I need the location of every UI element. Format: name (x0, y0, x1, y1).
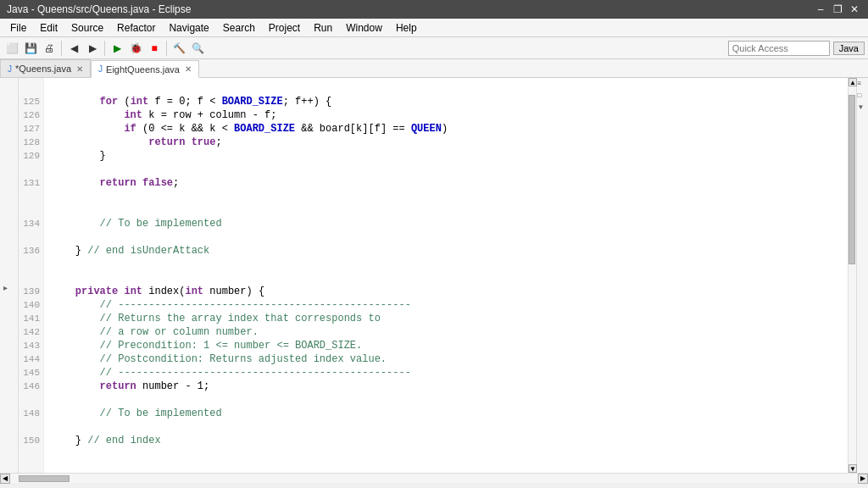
editor-area: ▸ 125 126 127 128 129 131 134 136 1 (0, 78, 868, 473)
java-perspective-button[interactable]: Java (833, 42, 865, 55)
menu-item-edit[interactable]: Edit (33, 20, 64, 36)
code-line (51, 163, 848, 176)
tab-icon-2: J (98, 64, 103, 74)
line-num: 146 (19, 380, 40, 393)
menu-item-run[interactable]: Run (307, 20, 339, 36)
right-icon-3[interactable]: ▼ (858, 103, 868, 114)
code-line: // -------------------------------------… (51, 366, 848, 380)
hscroll-track[interactable] (10, 474, 858, 483)
line-num: 128 (19, 136, 40, 149)
debug-button[interactable]: 🐞 (127, 40, 144, 57)
menu-item-window[interactable]: Window (339, 20, 389, 36)
code-content[interactable]: for (int f = 0; f < BOARD_SIZE; f++) { i… (44, 78, 848, 473)
line-num (19, 271, 40, 285)
save-button[interactable]: 💾 (22, 40, 39, 57)
scroll-left-button[interactable]: ◀ (0, 474, 10, 484)
separator-3 (166, 41, 167, 56)
tab-label-2: EightQueens.java (106, 64, 180, 75)
line-num: 150 (19, 434, 40, 447)
line-num: 140 (19, 298, 40, 312)
horizontal-scrollbar[interactable]: ◀ ▶ (0, 473, 868, 483)
forward-button[interactable]: ▶ (84, 40, 101, 57)
breakpoint-icon (3, 81, 16, 95)
line-num (19, 190, 40, 203)
code-line (51, 81, 848, 95)
maximize-button[interactable]: ❐ (831, 3, 844, 16)
code-line: // Postcondition: Returns adjusted index… (51, 352, 848, 366)
build-button[interactable]: 🔨 (170, 40, 187, 57)
menu-item-search[interactable]: Search (216, 20, 262, 36)
code-line: // -------------------------------------… (51, 298, 848, 312)
collapse-arrow-index[interactable]: ▸ (3, 283, 8, 292)
scroll-right-button[interactable]: ▶ (858, 474, 868, 484)
line-num (19, 420, 40, 434)
hscroll-thumb[interactable] (19, 475, 70, 482)
separator-1 (61, 41, 62, 56)
code-line (51, 190, 848, 203)
line-numbers: 125 126 127 128 129 131 134 136 139 140 … (19, 78, 44, 473)
minimize-button[interactable]: – (814, 3, 827, 16)
line-num: 148 (19, 407, 40, 420)
line-num: 125 (19, 95, 40, 108)
menu-item-project[interactable]: Project (262, 20, 307, 36)
menu-item-file[interactable]: File (3, 20, 33, 36)
line-num: 139 (19, 285, 40, 298)
title-bar: Java - Queens/src/Queens.java - Eclipse … (0, 0, 868, 19)
menu-item-navigate[interactable]: Navigate (162, 20, 215, 36)
back-button[interactable]: ◀ (65, 40, 82, 57)
scroll-down-button[interactable]: ▼ (849, 464, 857, 473)
line-num: 143 (19, 339, 40, 352)
tab-close-queens[interactable]: ✕ (76, 64, 83, 74)
line-num: 142 (19, 325, 40, 339)
code-line: private int index(int number) { (51, 285, 848, 298)
code-line: return true; (51, 136, 848, 149)
code-line: int k = row + column - f; (51, 108, 848, 122)
line-num: 129 (19, 149, 40, 163)
line-num (19, 461, 40, 473)
run-button[interactable]: ▶ (108, 40, 125, 57)
code-line (51, 230, 848, 244)
right-icon-2[interactable]: □ (858, 92, 868, 102)
menu-item-refactor[interactable]: Refactor (110, 20, 162, 36)
line-num: 134 (19, 217, 40, 230)
close-button[interactable]: ✕ (848, 3, 861, 16)
line-num: 131 (19, 176, 40, 190)
right-icon-1[interactable]: ≡ (858, 80, 868, 90)
line-num (19, 258, 40, 271)
line-num (19, 393, 40, 407)
menu-item-help[interactable]: Help (389, 20, 424, 36)
right-panel: ≡ □ ▼ (856, 78, 868, 473)
tab-queens-java[interactable]: J *Queens.java ✕ (0, 59, 91, 77)
line-num (19, 230, 40, 244)
line-num: 144 (19, 352, 40, 366)
print-button[interactable]: 🖨 (41, 40, 58, 57)
code-editor[interactable]: 125 126 127 128 129 131 134 136 139 140 … (19, 78, 868, 473)
separator-2 (104, 41, 105, 56)
menu-item-source[interactable]: Source (64, 20, 110, 36)
search-toolbar-button[interactable]: 🔍 (189, 40, 206, 57)
stop-button[interactable]: ■ (146, 40, 163, 57)
code-line: // a row or column number. (51, 325, 848, 339)
new-button[interactable]: ⬜ (3, 40, 20, 57)
window-controls: – ❐ ✕ (814, 3, 861, 16)
code-line: } (51, 149, 848, 163)
vertical-scrollbar[interactable]: ▲ ▼ (848, 78, 856, 473)
code-line (51, 203, 848, 217)
code-line: return false; (51, 176, 848, 190)
code-line (51, 271, 848, 285)
line-num: 127 (19, 122, 40, 136)
tab-icon: J (8, 64, 12, 74)
tab-close-eightqueens[interactable]: ✕ (185, 64, 192, 74)
code-line (51, 447, 848, 461)
code-line: if (0 <= k && k < BOARD_SIZE && board[k]… (51, 122, 848, 136)
quick-access-input[interactable] (728, 41, 830, 56)
line-num: 136 (19, 244, 40, 258)
code-line (51, 258, 848, 271)
left-gutter: ▸ (0, 78, 19, 473)
left-gutter-icons (0, 78, 18, 95)
tab-eightqueens-java[interactable]: J EightQueens.java ✕ (91, 60, 199, 78)
line-num (19, 81, 40, 95)
scroll-up-button[interactable]: ▲ (849, 78, 857, 86)
code-line: return number - 1; (51, 380, 848, 393)
scroll-thumb[interactable] (849, 95, 855, 264)
